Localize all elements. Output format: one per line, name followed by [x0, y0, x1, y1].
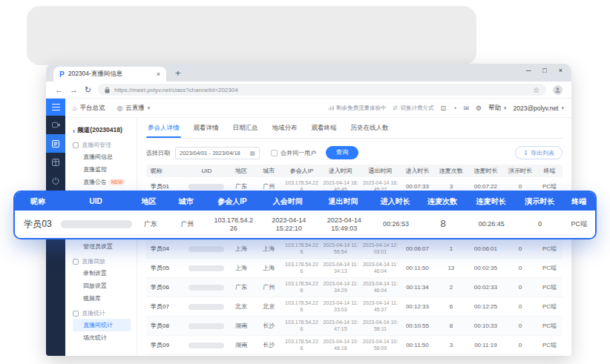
callout-column-header: 入会时间 — [260, 196, 315, 207]
callout-header: 昵称UID地区城市参会人IP入会时间退出时间进入时长连麦次数连麦时长演示时长终端 — [15, 192, 595, 211]
gear-icon[interactable]: ⚙ — [476, 105, 482, 112]
window-maximize-button[interactable]: □ — [542, 67, 546, 74]
callout-column-header: 昵称 — [15, 196, 61, 207]
sidebar-item[interactable]: 录制设置 — [73, 267, 137, 279]
cell-ip: 103.178.54.226 — [283, 262, 321, 275]
callout-cell-leave: 2023-04-14 15:49:03 — [316, 216, 371, 232]
checkbox-box[interactable] — [271, 150, 278, 156]
sidebar-item[interactable]: 直播监控 — [73, 163, 137, 176]
column-header: 进入时间 — [321, 167, 361, 175]
sidebar-item[interactable]: 场次统计 — [73, 331, 137, 344]
callout-cell-mic-duration: 00:26:45 — [466, 220, 516, 228]
clock-icon[interactable]: ◔ — [453, 105, 456, 112]
query-button[interactable]: 查询 — [326, 146, 358, 159]
account-menu[interactable]: 2023@polyv.net ▾ — [514, 105, 564, 112]
sidebar-item[interactable]: 直播公告NEW — [73, 176, 137, 188]
video-camera-icon[interactable] — [46, 116, 65, 134]
checkbox-label: 合并同一用户 — [281, 149, 316, 157]
column-header: 连麦次数 — [435, 167, 468, 175]
help-menu[interactable]: 帮助 ▾ — [488, 104, 507, 113]
sidebar-sections: 直播间管理直播间信息直播监控直播公告NEW管理员设置直播回放录制设置回放设置视频… — [73, 139, 137, 344]
cell-mic-count: 2 — [435, 284, 468, 291]
sidebar-section-title: 直播间管理 — [73, 139, 137, 150]
cell-join: 2023-04-14 11:34:29 — [321, 281, 361, 294]
table-row[interactable]: 学员05上海上海103.178.54.2262023-04-14 11:34:1… — [146, 259, 563, 278]
tab-item[interactable]: 日期汇总 — [232, 124, 260, 138]
cloud-live-nav[interactable]: ◎ 云直播 ▾ — [117, 104, 150, 113]
callout-cell-name: 学员03 — [15, 219, 61, 230]
callout-row[interactable]: 学员03广东广州103.178.54.2262023-04-14 15:22:1… — [15, 211, 595, 238]
callout-cell-mic-count: 8 — [420, 219, 466, 230]
table-row[interactable]: 学员08湖南长沙103.178.54.2262023-04-14 10:47:1… — [146, 317, 563, 336]
callout-column-header: 退出时间 — [315, 196, 371, 207]
merge-user-checkbox[interactable]: 合并同一用户 — [271, 149, 316, 157]
cell-leave: 2023-04-14 11:46:04 — [361, 262, 401, 275]
cell-duration: 00:07:33 — [400, 183, 435, 191]
sidebar-item[interactable]: 回放设置 — [73, 279, 137, 292]
cell-leave: 2023-04-14 11:46:04 — [361, 281, 401, 294]
cell-join: 2023-04-14 10:47:15 — [321, 320, 361, 333]
document-list-icon[interactable] — [46, 134, 65, 153]
tab-item[interactable]: 观看终端 — [310, 124, 338, 138]
uid-redacted-pill — [61, 220, 132, 228]
callout-column-header: UID — [61, 197, 130, 205]
power-icon[interactable] — [46, 171, 65, 190]
sidebar-item-label: 录制设置 — [83, 269, 107, 277]
filter-row: 选择日期 2023/04/01 - 2023/04/18 ▦ 合并同一用户 查询 — [146, 145, 563, 160]
grid-layout-icon[interactable] — [46, 153, 65, 171]
cell-city: 长沙 — [255, 342, 283, 349]
mail-icon[interactable]: ✉ — [463, 105, 469, 112]
new-tab-button[interactable]: + — [175, 67, 181, 79]
refresh-icon[interactable]: ↻ — [85, 86, 91, 94]
sidebar-item[interactable]: 直播间信息 — [73, 150, 137, 163]
column-header: 地区 — [227, 167, 255, 175]
billing-switch-link[interactable]: 切换计费方式 — [393, 105, 433, 112]
table-row[interactable]: 学员06广东广州103.178.54.2262023-04-14 11:34:2… — [146, 278, 563, 297]
profile-avatar[interactable] — [553, 85, 563, 95]
screenshot-canvas: P 202304-直播间信息 × + ─ □ × ← → ↻ https://m… — [0, 0, 610, 364]
tab-item[interactable]: 观看详情 — [192, 124, 220, 138]
table-row[interactable]: 学员09湖南长沙103.178.54.2262023-04-14 10:46:1… — [146, 336, 563, 355]
channel-header[interactable]: ‹ 频道(20230418) — [73, 125, 137, 136]
cell-mic-count: 3 — [435, 183, 468, 191]
window-minimize-button[interactable]: ─ — [526, 67, 531, 74]
sidebar-item-label: 直播公告 — [83, 178, 107, 186]
callout-column-header: 参会人IP — [204, 196, 260, 207]
cell-name: 学员05 — [146, 265, 186, 272]
table-row[interactable]: 学员07北京北京103.178.54.2262023-04-14 11:33:0… — [146, 297, 563, 317]
uid-redacted-pill — [188, 285, 224, 291]
forward-icon[interactable]: → — [70, 86, 78, 94]
back-icon[interactable]: ← — [55, 86, 63, 94]
calendar-icon: ▦ — [249, 150, 255, 156]
tab-item[interactable]: 历史在线人数 — [350, 124, 390, 138]
sidebar-item[interactable]: 视频库 — [73, 292, 137, 305]
browser-tabstrip: P 202304-直播间信息 × + ─ □ × — [46, 64, 571, 82]
traffic-notice[interactable]: 剩余免费流量体验中 — [329, 105, 387, 112]
column-header: 参会人IP — [283, 167, 321, 175]
cell-mic-count: 1 — [435, 245, 468, 253]
cell-uid — [186, 246, 228, 252]
url-bar[interactable]: https://meet.polyv.net/class?channelId=2… — [98, 84, 546, 96]
cell-leave: 2023-04-14 10:58:09 — [361, 339, 401, 352]
tab-close-icon[interactable]: × — [157, 70, 160, 78]
cell-mic-count: 3 — [435, 342, 468, 349]
tab-item[interactable]: 参会人详情 — [146, 124, 181, 138]
export-list-button[interactable]: ↧ 导出列表 — [515, 146, 563, 159]
monitor-icon[interactable]: ⊡ — [440, 105, 446, 112]
cell-mic-count: 6 — [435, 303, 468, 311]
tab-item[interactable]: 地域分布 — [271, 124, 299, 138]
bookmark-star-icon[interactable]: ☆ — [533, 86, 540, 94]
browser-tab[interactable]: P 202304-直播间信息 × — [53, 67, 166, 82]
hamburger-menu-button[interactable] — [46, 99, 65, 116]
platform-overview-nav[interactable]: ⌂ 平台总览 — [73, 104, 105, 113]
cell-name: 学员08 — [146, 322, 186, 330]
date-range-input[interactable]: 2023/04/01 - 2023/04/18 ▦ — [175, 147, 260, 159]
table-row[interactable]: 学员04上海上海103.178.54.2262023-04-14 11:56:5… — [146, 239, 563, 259]
date-range-value: 2023/04/01 - 2023/04/18 — [180, 150, 246, 156]
cell-city: 上海 — [255, 265, 283, 272]
window-close-button[interactable]: × — [559, 67, 563, 74]
sidebar-item[interactable]: 管理员设置 — [73, 240, 137, 253]
cell-region: 湖南 — [227, 322, 255, 330]
callout-cell-terminal: PC端 — [563, 220, 595, 228]
sidebar-item[interactable]: 直播间统计 — [73, 319, 131, 331]
